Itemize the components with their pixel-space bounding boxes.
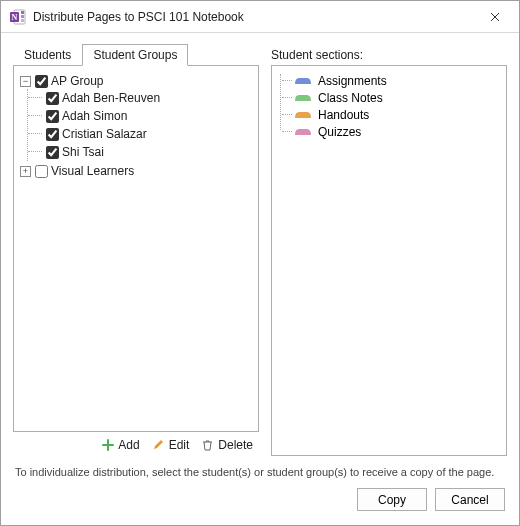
- add-button[interactable]: Add: [101, 438, 139, 452]
- student-label: Adah Ben-Reuven: [62, 91, 160, 105]
- student-label: Cristian Salazar: [62, 127, 147, 141]
- expander-plus-icon[interactable]: +: [20, 166, 31, 177]
- section-label: Handouts: [318, 108, 369, 122]
- tree-student[interactable]: Adah Simon: [46, 107, 254, 125]
- section-item[interactable]: Handouts: [280, 106, 500, 123]
- group-checkbox[interactable]: [35, 165, 48, 178]
- trash-icon: [201, 439, 214, 452]
- group-checkbox[interactable]: [35, 75, 48, 88]
- titlebar: N Distribute Pages to PSCI 101 Notebook: [1, 1, 519, 33]
- group-action-bar: Add Edit Delete: [13, 432, 259, 456]
- section-label: Quizzes: [318, 125, 361, 139]
- section-tab-icon: [294, 74, 312, 88]
- left-pane: Students Student Groups − AP Group: [13, 43, 259, 456]
- student-checkbox[interactable]: [46, 110, 59, 123]
- group-label: Visual Learners: [51, 164, 134, 178]
- section-item[interactable]: Assignments: [280, 72, 500, 89]
- section-item[interactable]: Class Notes: [280, 89, 500, 106]
- add-label: Add: [118, 438, 139, 452]
- edit-label: Edit: [169, 438, 190, 452]
- student-checkbox[interactable]: [46, 146, 59, 159]
- window-title: Distribute Pages to PSCI 101 Notebook: [33, 10, 475, 24]
- tree-student[interactable]: Adah Ben-Reuven: [46, 89, 254, 107]
- section-item[interactable]: Quizzes: [280, 123, 500, 140]
- dialog-window: N Distribute Pages to PSCI 101 Notebook …: [0, 0, 520, 526]
- delete-label: Delete: [218, 438, 253, 452]
- svg-rect-2: [21, 15, 24, 18]
- dialog-content: Students Student Groups − AP Group: [1, 33, 519, 525]
- student-checkbox[interactable]: [46, 92, 59, 105]
- svg-rect-1: [21, 11, 24, 14]
- right-pane: Student sections: Assignments: [271, 43, 507, 456]
- cancel-button[interactable]: Cancel: [435, 488, 505, 511]
- plus-icon: [101, 439, 114, 452]
- section-label: Assignments: [318, 74, 387, 88]
- sections-box: Assignments Class Notes Ha: [271, 65, 507, 456]
- groups-tree-box: − AP Group Adah Ben-Reuven: [13, 65, 259, 432]
- section-label: Class Notes: [318, 91, 383, 105]
- tree-group[interactable]: − AP Group Adah Ben-Reuven: [20, 72, 254, 162]
- student-label: Shi Tsai: [62, 145, 104, 159]
- delete-button[interactable]: Delete: [201, 438, 253, 452]
- student-label: Adah Simon: [62, 109, 127, 123]
- tree-group[interactable]: + Visual Learners: [20, 162, 254, 180]
- footer-note: To individualize distribution, select th…: [13, 456, 507, 488]
- tab-student-groups[interactable]: Student Groups: [82, 44, 188, 66]
- pencil-icon: [152, 439, 165, 452]
- expander-minus-icon[interactable]: −: [20, 76, 31, 87]
- section-tab-icon: [294, 108, 312, 122]
- groups-tree[interactable]: − AP Group Adah Ben-Reuven: [18, 72, 254, 180]
- tab-students[interactable]: Students: [13, 44, 82, 66]
- dialog-button-row: Copy Cancel: [13, 488, 507, 515]
- section-tab-icon: [294, 125, 312, 139]
- sections-heading: Student sections:: [271, 43, 507, 65]
- tree-student[interactable]: Shi Tsai: [46, 143, 254, 161]
- section-tab-icon: [294, 91, 312, 105]
- svg-rect-3: [21, 19, 24, 22]
- group-label: AP Group: [51, 74, 103, 88]
- edit-button[interactable]: Edit: [152, 438, 190, 452]
- student-checkbox[interactable]: [46, 128, 59, 141]
- tabs-row: Students Student Groups: [13, 43, 259, 65]
- close-icon: [490, 12, 500, 22]
- tree-student[interactable]: Cristian Salazar: [46, 125, 254, 143]
- copy-button[interactable]: Copy: [357, 488, 427, 511]
- onenote-icon: N: [9, 8, 27, 26]
- svg-text:N: N: [11, 13, 17, 22]
- close-button[interactable]: [475, 3, 515, 31]
- panes: Students Student Groups − AP Group: [13, 43, 507, 456]
